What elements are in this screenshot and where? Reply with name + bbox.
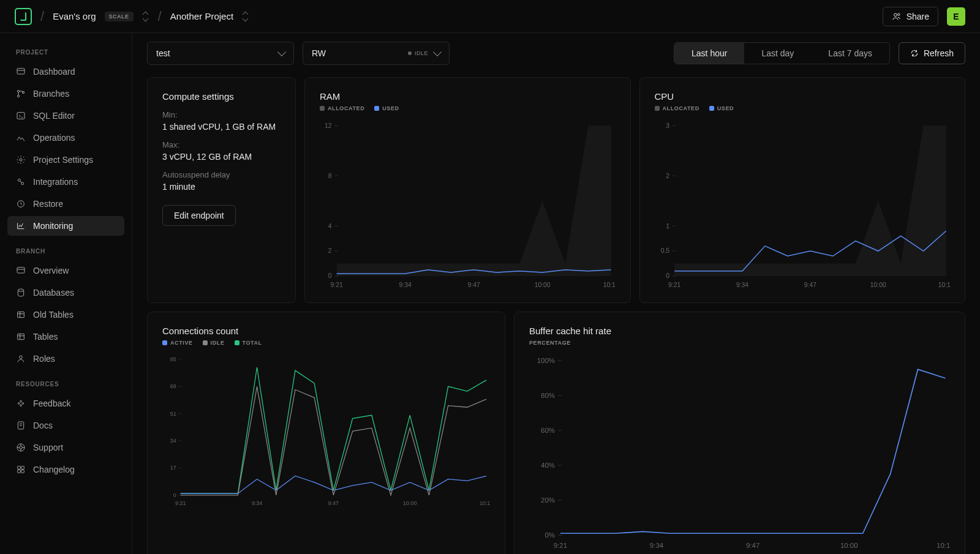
sidebar-item-changelog[interactable]: Changelog	[7, 460, 124, 479]
sidebar-item-label: Roles	[33, 354, 55, 364]
svg-text:2: 2	[666, 173, 669, 179]
sidebar-item-sql-editor[interactable]: SQL Editor	[7, 106, 124, 125]
chevron-down-icon	[433, 48, 442, 56]
svg-text:9:47: 9:47	[804, 282, 816, 288]
refresh-icon	[910, 49, 919, 58]
svg-point-1	[897, 13, 899, 15]
svg-point-8	[20, 159, 22, 161]
compute-title: Compute settings	[162, 91, 281, 102]
sidebar-item-dashboard[interactable]: Dashboard	[7, 62, 124, 81]
share-button[interactable]: Share	[883, 7, 938, 26]
svg-point-24	[22, 403, 24, 405]
time-segment-0[interactable]: Last hour	[674, 43, 744, 64]
svg-point-22	[18, 403, 20, 405]
svg-text:12: 12	[325, 122, 332, 129]
legend-used: USED	[374, 105, 399, 111]
svg-point-25	[20, 405, 22, 406]
org-name[interactable]: Evan's org	[53, 11, 96, 21]
sidebar-item-label: Databases	[33, 288, 74, 298]
svg-text:9:47: 9:47	[746, 541, 760, 548]
svg-text:2: 2	[328, 247, 332, 254]
svg-text:0: 0	[328, 272, 332, 279]
sidebar-item-roles[interactable]: Roles	[7, 349, 124, 369]
sidebar-item-label: Monitoring	[33, 221, 73, 231]
sidebar-item-operations[interactable]: Operations	[7, 128, 124, 148]
sidebar-item-feedback[interactable]: Feedback	[7, 394, 124, 413]
svg-point-0	[894, 13, 897, 17]
branch-select-value: test	[156, 48, 170, 58]
svg-text:9:34: 9:34	[736, 282, 748, 288]
svg-text:10:13: 10:13	[480, 500, 490, 506]
svg-text:10:13: 10:13	[937, 541, 950, 548]
compute-max-label: Max:	[162, 140, 281, 149]
sidebar-item-monitoring[interactable]: Monitoring	[7, 216, 124, 236]
sidebar-item-overview[interactable]: Overview	[7, 261, 124, 280]
sidebar-item-label: Changelog	[33, 465, 75, 474]
sidebar-item-label: Branches	[33, 89, 69, 99]
sidebar-item-branches[interactable]: Branches	[7, 84, 124, 103]
app-logo[interactable]	[15, 8, 32, 25]
svg-rect-12	[17, 268, 24, 273]
compute-autosuspend-value: 1 minute	[162, 182, 281, 192]
svg-text:10:00: 10:00	[535, 282, 551, 288]
compute-min-value: 1 shared vCPU, 1 GB of RAM	[162, 122, 281, 132]
old-tables-icon	[16, 310, 26, 320]
sidebar-item-old-tables[interactable]: Old Tables	[7, 305, 124, 324]
sidebar: PROJECTDashboardBranchesSQL EditorOperat…	[0, 33, 132, 554]
svg-text:0: 0	[666, 272, 669, 279]
sidebar-item-integrations[interactable]: Integrations	[7, 172, 124, 192]
sidebar-section-label: RESOURCES	[7, 377, 124, 391]
svg-rect-18	[18, 334, 24, 339]
project-settings-icon	[16, 155, 26, 165]
breadcrumb-sep: /	[158, 9, 162, 24]
time-segment-1[interactable]: Last day	[744, 43, 811, 64]
buffer-subtitle: PERCENTAGE	[529, 340, 950, 346]
branches-icon	[16, 89, 26, 99]
buffer-cache-card: Buffer cache hit rate PERCENTAGE 0%20%40…	[514, 312, 965, 554]
avatar[interactable]: E	[947, 7, 965, 26]
refresh-button[interactable]: Refresh	[899, 42, 965, 64]
compute-select[interactable]: RW IDLE	[303, 42, 450, 65]
status-badge: IDLE	[408, 50, 428, 56]
sidebar-item-label: Old Tables	[33, 310, 74, 320]
svg-text:9:21: 9:21	[331, 282, 343, 288]
svg-text:0.5: 0.5	[660, 247, 669, 254]
svg-rect-35	[18, 466, 21, 470]
sidebar-item-restore[interactable]: Restore	[7, 194, 124, 214]
sidebar-item-tables[interactable]: Tables	[7, 327, 124, 346]
overview-icon	[16, 266, 26, 275]
legend-allocated: ALLOCATED	[320, 105, 364, 111]
svg-text:9:34: 9:34	[252, 500, 262, 506]
sidebar-item-docs[interactable]: Docs	[7, 416, 124, 435]
project-name[interactable]: Another Project	[170, 11, 233, 21]
time-segment-2[interactable]: Last 7 days	[811, 43, 889, 64]
svg-rect-36	[21, 466, 24, 470]
svg-text:3: 3	[666, 122, 669, 129]
svg-text:20%: 20%	[541, 496, 555, 504]
edit-endpoint-button[interactable]: Edit endpoint	[162, 205, 236, 226]
svg-text:4: 4	[328, 223, 332, 230]
plan-badge: SCALE	[105, 12, 134, 21]
sidebar-item-label: Dashboard	[33, 67, 75, 77]
org-switch-chevron-icon[interactable]	[142, 12, 149, 21]
svg-point-4	[17, 90, 19, 92]
ram-title: RAM	[320, 91, 616, 102]
sidebar-item-project-settings[interactable]: Project Settings	[7, 150, 124, 170]
svg-rect-15	[18, 312, 24, 317]
svg-text:9:21: 9:21	[668, 282, 680, 288]
svg-text:10:00: 10:00	[840, 541, 858, 548]
sidebar-section-label: BRANCH	[7, 244, 124, 258]
sidebar-item-support[interactable]: Support	[7, 438, 124, 457]
svg-rect-2	[17, 69, 24, 74]
sidebar-item-databases[interactable]: Databases	[7, 283, 124, 302]
sidebar-item-label: Tables	[33, 332, 58, 342]
project-switch-chevron-icon[interactable]	[242, 12, 249, 21]
cpu-card: CPU ALLOCATED USED 00.51239:219:349:4710…	[639, 77, 966, 303]
branch-select[interactable]: test	[147, 42, 294, 65]
feedback-icon	[16, 399, 26, 408]
svg-point-14	[18, 289, 23, 291]
svg-text:9:21: 9:21	[175, 500, 186, 506]
svg-text:0%: 0%	[545, 531, 555, 539]
svg-text:0: 0	[173, 492, 176, 498]
compute-max-value: 3 vCPU, 12 GB of RAM	[162, 152, 281, 162]
